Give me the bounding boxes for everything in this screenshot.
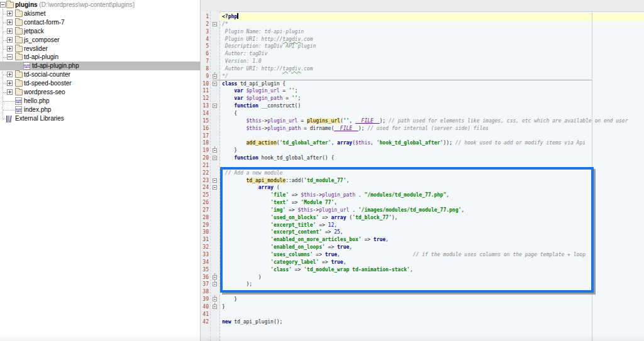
code-line-24[interactable]: 24 array ( <box>201 184 644 192</box>
code-line-36[interactable]: 36 ) <box>201 274 644 281</box>
line-number: 18 <box>201 139 209 147</box>
code-line-11[interactable]: 11 var $plugin_url = ''; <box>201 87 644 95</box>
collapse-minus-icon[interactable] <box>0 2 6 8</box>
code-line-32[interactable]: 32 'enabled_on_loops' => true, <box>201 244 644 251</box>
tree-item-akismet[interactable]: akismet <box>0 9 200 18</box>
code-line-31[interactable]: 31 'enabled_on_more_articles_box' => tru… <box>201 236 644 244</box>
code-line-2[interactable]: 2/* <box>201 21 644 28</box>
code-line-22[interactable]: 22 // Add a new module <box>201 170 644 177</box>
code-line-35[interactable]: 35 'class' => 'td_module_wrap td-animati… <box>201 266 644 274</box>
tree-item-td-social-counter[interactable]: td-social-counter <box>0 70 200 79</box>
fold-end-icon[interactable] <box>213 297 217 301</box>
code-line-42[interactable]: 42new td_api_plugin(); <box>201 318 644 326</box>
tree-item-jetpack[interactable]: jetpack <box>0 27 200 36</box>
code-line-9[interactable]: 9*/ <box>201 73 644 80</box>
tree-item-js-composer[interactable]: js_composer <box>0 36 200 45</box>
code-line-14[interactable]: 14 { <box>201 110 644 117</box>
code-line-39[interactable]: 39 } <box>201 296 644 303</box>
code-line-12[interactable]: 12 var $plugin_path = ''; <box>201 95 644 102</box>
code-line-6[interactable]: 6 Author: tagDiv <box>201 50 644 58</box>
tree-item-external-libraries[interactable]: External Libraries <box>0 114 200 123</box>
code-line-5[interactable]: 5 Description: tagDiv API plugin <box>201 43 644 50</box>
line-number: 7 <box>201 58 209 65</box>
fold-collapse-icon[interactable] <box>213 22 217 26</box>
code-line-38[interactable]: 38 <box>201 288 644 296</box>
code-line-29[interactable]: 29 'excerpt_title' => 12, <box>201 222 644 229</box>
folder-icon <box>15 11 23 17</box>
tree-item-wordpress-seo[interactable]: wordpress-seo <box>0 88 200 97</box>
code-line-20[interactable]: 20 function hook_td_global_after() { <box>201 154 644 162</box>
fold-end-icon[interactable] <box>213 305 217 309</box>
expand-plus-icon[interactable] <box>7 11 13 16</box>
code-editor[interactable]: 1<?php2/*3 Plugin Name: td-api-plugin4 P… <box>200 0 644 341</box>
code-line-17[interactable]: 17 <box>201 133 644 140</box>
fold-collapse-icon[interactable] <box>213 156 217 160</box>
code-line-41[interactable]: 41 <box>201 311 644 318</box>
code-line-37[interactable]: 37 ); <box>201 281 644 288</box>
code-line-18[interactable]: 18 add_action('td_global_after', array($… <box>201 139 644 147</box>
line-number: 34 <box>201 259 209 266</box>
line-number: 20 <box>201 154 209 162</box>
tree-item-td-api-plugin[interactable]: td-api-plugin <box>0 53 200 62</box>
text-caret <box>237 13 238 19</box>
code-lines: 1<?php2/*3 Plugin Name: td-api-plugin4 P… <box>201 13 644 325</box>
code-line-13[interactable]: 13 function __construct() <box>201 102 644 110</box>
code-line-40[interactable]: 40} <box>201 303 644 311</box>
code-line-10[interactable]: 10class td_api_plugin { <box>201 80 644 88</box>
code-line-7[interactable]: 7 Version: 1.0 <box>201 58 644 65</box>
tree-item-revslider[interactable]: revslider <box>0 45 200 53</box>
fold-collapse-icon[interactable] <box>213 185 217 190</box>
code-line-21[interactable]: 21 <box>201 162 644 170</box>
expand-plus-icon[interactable] <box>7 80 13 86</box>
code-line-23[interactable]: 23 td_api_module::add('td_module_77', <box>201 177 644 185</box>
tree-item-plugins[interactable]: plugins (D:\wordpress\wp-content\plugins… <box>0 1 200 9</box>
fold-end-icon[interactable] <box>213 74 217 78</box>
tree-item-label: js_composer <box>24 36 60 45</box>
line-number: 25 <box>201 192 209 199</box>
line-number: 3 <box>201 28 209 36</box>
fold-collapse-icon[interactable] <box>213 82 217 86</box>
expand-plus-icon[interactable] <box>7 46 13 51</box>
tree-item-td-api-plugin.php[interactable]: phptd-api-plugin.php <box>0 62 200 70</box>
tree-item-index.php[interactable]: phpindex.php <box>0 106 200 114</box>
code-line-19[interactable]: 19 } <box>201 147 644 154</box>
line-number: 6 <box>201 50 209 58</box>
line-number: 41 <box>201 311 209 318</box>
code-line-16[interactable]: 16 $this->plugin_path = dirname(__FILE__… <box>201 125 644 133</box>
expand-plus-icon[interactable] <box>7 72 13 77</box>
fold-end-icon[interactable] <box>213 275 217 279</box>
code-line-8[interactable]: 8 Author URI: http://tagdiv.com <box>201 65 644 73</box>
tree-item-td-speed-booster[interactable]: td-speed-booster <box>0 79 200 88</box>
code-line-26[interactable]: 26 'text' => 'Module 77', <box>201 199 644 207</box>
expand-plus-icon[interactable] <box>7 28 13 34</box>
fold-collapse-icon[interactable] <box>213 178 217 183</box>
expand-plus-icon[interactable] <box>7 19 13 25</box>
line-number: 26 <box>201 199 209 207</box>
code-line-27[interactable]: 27 'img' => $this->plugin_url . '/images… <box>201 207 644 214</box>
tree-item-contact-form-7[interactable]: contact-form-7 <box>0 18 200 27</box>
fold-end-icon[interactable] <box>213 282 217 286</box>
expand-plus-icon[interactable] <box>7 89 13 95</box>
code-line-3[interactable]: 3 Plugin Name: td-api-plugin <box>201 28 644 36</box>
line-number: 38 <box>201 288 209 296</box>
code-line-25[interactable]: 25 'file' => $this->plugin_path . "/modu… <box>201 192 644 199</box>
fold-end-icon[interactable] <box>213 148 217 153</box>
code-line-33[interactable]: 33 'uses_columns' => true, // if the mod… <box>201 251 644 259</box>
project-tree-panel[interactable]: plugins (D:\wordpress\wp-content\plugins… <box>0 0 200 341</box>
line-number: 36 <box>201 274 209 281</box>
code-line-4[interactable]: 4 Plugin URI: http://tagdiv.com <box>201 36 644 43</box>
ide-window: plugins (D:\wordpress\wp-content\plugins… <box>0 0 644 341</box>
code-line-30[interactable]: 30 'excerpt_content' => 25, <box>201 229 644 236</box>
tree-item-hello.php[interactable]: phphello.php <box>0 97 200 106</box>
php-file-icon: php <box>15 106 22 114</box>
line-number: 33 <box>201 251 209 259</box>
line-number: 11 <box>201 87 209 95</box>
line-number: 13 <box>201 102 209 110</box>
code-line-34[interactable]: 34 'category_label' => true, <box>201 259 644 266</box>
code-line-28[interactable]: 28 'used_on_blocks' => array ('td_block_… <box>201 214 644 222</box>
fold-collapse-icon[interactable] <box>213 104 217 108</box>
code-line-1[interactable]: 1<?php <box>201 13 644 21</box>
expand-plus-icon[interactable] <box>7 37 13 43</box>
code-line-15[interactable]: 15 $this->plugin_url = plugins_url('', _… <box>201 117 644 125</box>
collapse-minus-icon[interactable] <box>7 54 13 60</box>
